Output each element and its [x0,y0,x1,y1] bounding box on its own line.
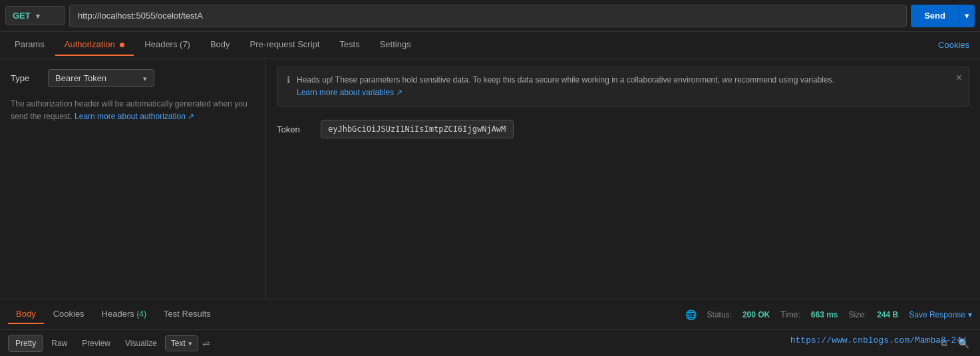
right-panel: ℹ Heads up! These parameters hold sensit… [266,59,980,299]
method-select[interactable]: GET [5,6,65,25]
type-select[interactable]: Bearer Token [48,69,154,87]
format-tabs: Pretty Raw Preview Visualize Text ⇌ [8,335,213,352]
format-tab-raw[interactable]: Raw [45,335,74,351]
close-banner-button[interactable]: × [956,73,962,83]
search-icon[interactable]: 🔍 [955,335,972,351]
response-tab-cookies[interactable]: Cookies [45,305,92,324]
tab-settings[interactable]: Settings [371,34,420,56]
top-bar: GET Send ▾ [0,0,980,32]
time-value: 663 ms [811,310,838,319]
format-bar: Pretty Raw Preview Visualize Text ⇌ ⧉ 🔍 [0,329,980,356]
method-chevron-icon [36,11,40,21]
response-tab-headers[interactable]: Headers (4) [94,305,154,324]
info-banner: ℹ Heads up! These parameters hold sensit… [277,67,969,106]
token-input[interactable] [321,120,514,138]
format-icons: ⧉ 🔍 [938,335,972,351]
status-label: Status: [707,310,732,319]
token-label: Token [277,124,310,134]
response-tab-body[interactable]: Body [8,305,44,324]
cookies-link[interactable]: Cookies [938,40,975,50]
method-text: GET [13,11,31,21]
globe-icon: 🌐 [685,309,697,320]
authorization-dot-icon [120,43,124,47]
info-icon: ℹ [287,75,290,85]
status-value: 200 OK [742,310,770,319]
type-row: Type Bearer Token [11,69,255,87]
token-row: Token [277,120,969,138]
save-response-button[interactable]: Save Response ▾ [909,310,972,319]
format-tab-pretty[interactable]: Pretty [8,335,43,352]
url-input[interactable] [69,5,907,27]
type-label: Type [11,73,37,83]
tab-params[interactable]: Params [5,34,54,56]
tabs-bar: Params Authorization Headers (7) Body Pr… [0,32,980,59]
info-text: Heads up! These parameters hold sensitiv… [297,74,834,99]
tab-prerequest[interactable]: Pre-request Script [241,34,329,56]
banner-learn-link[interactable]: Learn more about variables ↗ [297,88,403,97]
tabs-left: Params Authorization Headers (7) Body Pr… [5,34,420,56]
send-dropdown-button[interactable]: ▾ [959,5,975,27]
response-status: 🌐 Status: 200 OK Time: 663 ms Size: 244 … [685,309,972,320]
tab-authorization[interactable]: Authorization [55,34,134,56]
format-tab-visualize[interactable]: Visualize [118,335,164,351]
send-button[interactable]: Send [911,5,959,27]
format-tab-preview[interactable]: Preview [75,335,117,351]
save-response-chevron-icon: ▾ [968,310,972,319]
response-tab-test-results[interactable]: Test Results [156,305,219,324]
size-label: Size: [849,310,867,319]
tab-headers[interactable]: Headers (7) [135,34,200,56]
left-panel: Type Bearer Token The authorization head… [0,59,266,299]
headers-count-badge: (4) [136,309,146,319]
auth-learn-more-link[interactable]: Learn more about authorization ↗ [75,112,194,121]
main-content: Type Bearer Token The authorization head… [0,59,980,299]
type-chevron-icon [143,73,147,83]
send-btn-group: Send ▾ [911,5,975,27]
response-bar: Body Cookies Headers (4) Test Results 🌐 … [0,299,980,329]
send-chevron-icon: ▾ [965,11,969,21]
tab-body[interactable]: Body [201,34,240,56]
auth-description: The authorization header will be automat… [11,98,255,123]
size-value: 244 B [877,310,898,319]
text-format-dropdown[interactable]: Text [165,335,198,351]
response-tabs: Body Cookies Headers (4) Test Results [8,305,219,324]
time-label: Time: [780,310,800,319]
text-format-chevron-icon [188,339,192,348]
tab-tests[interactable]: Tests [330,34,369,56]
copy-icon[interactable]: ⧉ [938,335,950,351]
wrap-text-icon[interactable]: ⇌ [200,335,213,351]
